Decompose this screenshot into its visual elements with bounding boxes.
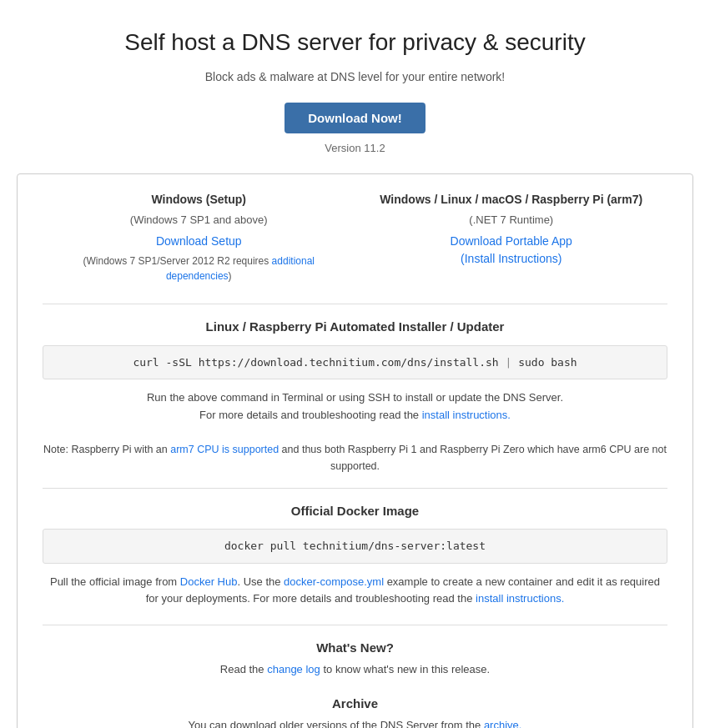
docker-compose-link[interactable]: docker-compose.yml — [284, 575, 384, 588]
install-instructions-link[interactable]: (Install Instructions) — [461, 252, 561, 265]
linux-text-middle: For more details and troubleshooting rea… — [199, 409, 422, 421]
archive-text: You can download older versions of the D… — [43, 717, 667, 728]
linux-command-box: curl -sSL https://download.technitium.co… — [43, 345, 667, 380]
windows-linux-title: Windows / Linux / macOS / Raspberry Pi (… — [364, 191, 660, 208]
whats-new-title: What's New? — [43, 639, 667, 658]
archive-title: Archive — [43, 695, 667, 714]
docker-install-link[interactable]: install instructions. — [476, 592, 564, 605]
windows-note: (Windows 7 SP1/Server 2012 R2 requires a… — [51, 254, 347, 284]
download-setup-link[interactable]: Download Setup — [156, 234, 242, 248]
archive-link[interactable]: archive. — [484, 719, 522, 728]
raspberry-note: Note: Raspberry Pi with an arm7 CPU is s… — [43, 441, 667, 474]
change-log-link[interactable]: change log — [267, 663, 320, 675]
windows-setup-col: Windows (Setup) (Windows 7 SP1 and above… — [43, 191, 355, 284]
divider-3 — [43, 625, 667, 625]
download-options: Windows (Setup) (Windows 7 SP1 and above… — [43, 191, 667, 284]
windows-linux-col: Windows / Linux / macOS / Raspberry Pi (… — [355, 191, 668, 284]
whats-new-after: to know what's new in this release. — [320, 663, 490, 675]
windows-setup-subtitle: (Windows 7 SP1 and above) — [51, 212, 347, 228]
divider-2 — [43, 488, 667, 489]
linux-command: curl -sSL https://download.technitium.co… — [133, 356, 577, 369]
note-suffix: ) — [229, 270, 232, 282]
whats-new-text: Read the change log to know what's new i… — [43, 661, 667, 679]
docker-hub-link[interactable]: Docker Hub — [180, 575, 238, 588]
note-prefix: (Windows 7 SP1/Server 2012 R2 requires — [83, 255, 272, 267]
linux-text-before: Run the above command in Terminal or usi… — [147, 391, 563, 404]
arm7-link[interactable]: arm7 CPU is supported — [170, 444, 279, 455]
main-box: Windows (Setup) (Windows 7 SP1 and above… — [17, 173, 693, 729]
windows-setup-title: Windows (Setup) — [51, 191, 347, 208]
hero-title: Self host a DNS server for privacy & sec… — [17, 25, 693, 60]
archive-before: You can download older versions of the D… — [189, 719, 484, 728]
version-text: Version 11.2 — [17, 140, 693, 157]
docker-section-title: Official Docker Image — [43, 502, 667, 521]
linux-install-link[interactable]: install instructions. — [422, 409, 511, 421]
docker-command: docker pull technitium/dns-server:latest — [224, 540, 486, 552]
whats-new-section: What's New? Read the change log to know … — [43, 639, 667, 678]
page-wrapper: Self host a DNS server for privacy & sec… — [0, 0, 710, 728]
hero-subtitle: Block ads & malware at DNS level for you… — [17, 68, 693, 86]
raspberry-after: and thus both Raspberry Pi 1 and Raspber… — [279, 444, 667, 472]
docker-text-before: Pull the official image from — [50, 575, 180, 588]
linux-description: Run the above command in Terminal or usi… — [43, 389, 667, 424]
divider-1 — [43, 304, 667, 304]
docker-text-middle: . Use the — [237, 575, 284, 588]
download-portable-link[interactable]: Download Portable App — [451, 234, 572, 248]
windows-linux-subtitle: (.NET 7 Runtime) — [364, 212, 660, 228]
linux-section-title: Linux / Raspberry Pi Automated Installer… — [43, 318, 667, 337]
download-now-button[interactable]: Download Now! — [285, 103, 425, 133]
whats-new-before: Read the — [220, 663, 267, 675]
docker-description: Pull the official image from Docker Hub.… — [43, 574, 667, 609]
archive-section: Archive You can download older versions … — [43, 695, 667, 728]
raspberry-before: Note: Raspberry Pi with an — [43, 444, 170, 455]
docker-command-box: docker pull technitium/dns-server:latest — [43, 529, 667, 564]
